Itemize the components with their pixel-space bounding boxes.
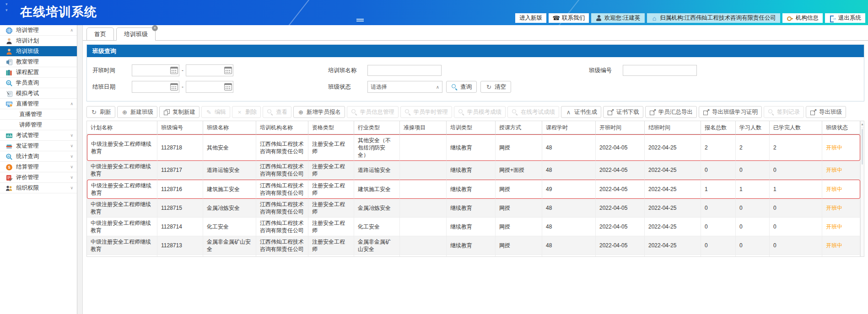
certificate-download-button[interactable]: 证书下载: [603, 106, 643, 118]
cell-enroll-total[interactable]: 0: [701, 218, 736, 236]
cell-plan-name[interactable]: 中级注册安全工程师继续教育: [87, 134, 157, 161]
cell-qualification-type[interactable]: 注册安全工程师: [308, 199, 354, 218]
sidebar-item-training-management[interactable]: 培训管理∧: [0, 25, 77, 36]
cell-end-time[interactable]: 2022-04-25: [645, 134, 701, 161]
cell-start-time[interactable]: 2022-04-05: [596, 255, 645, 257]
cell-qualification-type[interactable]: 注册安全工程师: [308, 255, 354, 257]
cell-enroll-total[interactable]: 2: [701, 134, 736, 161]
cell-org-name[interactable]: 江西伟灿工程技术咨询有限责任公司: [256, 218, 308, 236]
cell-course-hours[interactable]: 49: [542, 180, 596, 199]
cell-course-hours[interactable]: 48: [542, 236, 596, 255]
cell-enroll-total[interactable]: 1: [701, 180, 736, 199]
cell-class-code[interactable]: 1128717: [157, 161, 203, 180]
cell-learning-count[interactable]: 0: [736, 218, 770, 236]
cell-operation-items[interactable]: [400, 180, 447, 199]
cell-plan-name[interactable]: 中级注册安全工程师继续教育: [87, 161, 157, 180]
column-end-time[interactable]: 结班时间: [645, 121, 701, 134]
cell-industry-type[interactable]: 建筑施工安全: [354, 180, 400, 199]
vertical-scrollbar[interactable]: ▴: [860, 121, 864, 256]
cell-class-status[interactable]: 开班中: [822, 180, 860, 199]
cell-plan-name[interactable]: 中级注册安全工程师继续教育: [87, 180, 157, 199]
copy-new-button[interactable]: 复制新建: [159, 106, 199, 118]
cell-learning-count[interactable]: 1: [736, 180, 770, 199]
cell-class-name[interactable]: 道路运输安全: [203, 161, 256, 180]
cell-course-hours[interactable]: 48: [542, 161, 596, 180]
cell-completed-count[interactable]: 2: [770, 134, 822, 161]
new-class-button[interactable]: 新建班级: [117, 106, 157, 118]
contact-us-button[interactable]: 联系我们: [549, 13, 589, 23]
cell-qualification-type[interactable]: 注册安全工程师: [308, 134, 354, 161]
cell-class-name[interactable]: 金属非金属矿山安全: [203, 236, 256, 255]
cell-completed-count[interactable]: 0: [770, 199, 822, 218]
column-org-name[interactable]: 培训机构名称: [256, 121, 308, 134]
cell-teaching-method[interactable]: 网授: [496, 134, 542, 161]
sidebar-item-live-management-sub[interactable]: 直播管理: [0, 109, 77, 120]
org-affiliation-button[interactable]: 归属机构:江西伟灿工程技术咨询有限责任公司: [647, 13, 780, 23]
cell-course-hours[interactable]: 48: [542, 255, 596, 257]
cell-enroll-total[interactable]: 0: [701, 199, 736, 218]
cell-learning-count[interactable]: 0: [736, 199, 770, 218]
cell-end-time[interactable]: 2022-04-25: [645, 255, 701, 257]
scrollbar-thumb[interactable]: [862, 129, 863, 165]
cell-enroll-total[interactable]: 0: [701, 255, 736, 257]
column-training-type[interactable]: 培训类型: [447, 121, 496, 134]
cell-org-name[interactable]: 江西伟灿工程技术咨询有限责任公司: [256, 199, 308, 218]
cell-teaching-method[interactable]: 网授: [496, 218, 542, 236]
cell-class-code[interactable]: 1128715: [157, 199, 203, 218]
column-class-status[interactable]: 班级状态: [822, 121, 860, 134]
cell-class-code[interactable]: 1128713: [157, 236, 203, 255]
cell-training-type[interactable]: 继续教育: [447, 134, 496, 161]
table-row[interactable]: 中级注册安全工程师继续教育1128714化工安全江西伟灿工程技术咨询有限责任公司…: [87, 218, 860, 236]
cell-operation-items[interactable]: [400, 161, 447, 180]
sidebar-item-course-config[interactable]: 课程配置: [0, 67, 77, 78]
cell-industry-type[interactable]: 煤矿安全: [354, 255, 400, 257]
cell-class-name[interactable]: 建筑施工安全: [203, 180, 256, 199]
cell-qualification-type[interactable]: 注册安全工程师: [308, 236, 354, 255]
sidebar-item-live-management[interactable]: 直播管理∧: [0, 99, 77, 109]
logout-button[interactable]: 退出系统: [825, 13, 865, 23]
sidebar-item-exam-management[interactable]: 考试管理∨: [0, 130, 77, 141]
cell-org-name[interactable]: 江西伟灿工程技术咨询有限责任公司: [256, 161, 308, 180]
cell-teaching-method[interactable]: 网授: [496, 180, 542, 199]
cell-class-name[interactable]: 煤矿安全: [203, 255, 256, 257]
column-class-code[interactable]: 班级编号: [157, 121, 203, 134]
cell-teaching-method[interactable]: 网授: [496, 199, 542, 218]
start-time-to-input[interactable]: [186, 66, 223, 75]
cell-learning-count[interactable]: 2: [736, 134, 770, 161]
cell-start-time[interactable]: 2022-04-05: [596, 180, 645, 199]
cell-industry-type[interactable]: 其他安全（不包括消防安全）: [354, 134, 400, 161]
cell-training-type[interactable]: 继续教育: [447, 180, 496, 199]
cell-class-status[interactable]: 开班中: [822, 161, 860, 180]
cell-training-type[interactable]: 继续教育: [447, 199, 496, 218]
sidebar-item-training-plan[interactable]: 培训计划: [0, 36, 77, 46]
cell-org-name[interactable]: 江西伟灿工程技术咨询有限责任公司: [256, 236, 308, 255]
cell-start-time[interactable]: 2022-04-05: [596, 236, 645, 255]
cell-class-code[interactable]: 1128716: [157, 180, 203, 199]
table-row[interactable]: 中级注册安全工程师继续教育1128717道路运输安全江西伟灿工程技术咨询有限责任…: [87, 161, 860, 180]
cell-learning-count[interactable]: 0: [736, 236, 770, 255]
sidebar-item-certificate-management[interactable]: 发证管理∨: [0, 141, 77, 151]
column-operation-items[interactable]: 准操项目: [400, 121, 447, 134]
cell-class-name[interactable]: 化工安全: [203, 218, 256, 236]
cell-teaching-method[interactable]: 网授+面授: [496, 161, 542, 180]
cell-class-name[interactable]: 金属冶炼安全: [203, 199, 256, 218]
cell-training-type[interactable]: 继续教育: [447, 218, 496, 236]
tab-training-class[interactable]: 培训班级×: [116, 27, 156, 41]
panel-collapse-handle[interactable]: [356, 19, 364, 23]
sidebar-item-student-query[interactable]: 学员查询: [0, 78, 77, 88]
cell-completed-count[interactable]: 1: [770, 180, 822, 199]
cell-plan-name[interactable]: 中级注册安全工程师继续教育: [87, 218, 157, 236]
cell-end-time[interactable]: 2022-04-25: [645, 218, 701, 236]
cell-class-code[interactable]: 1128714: [157, 218, 203, 236]
end-date-from-input[interactable]: [132, 82, 169, 91]
cell-operation-items[interactable]: [400, 199, 447, 218]
cell-operation-items[interactable]: [400, 255, 447, 257]
cell-plan-name[interactable]: 中级注册安全工程师继续教育: [87, 199, 157, 218]
calendar-button[interactable]: [223, 81, 233, 92]
close-tab-icon[interactable]: ×: [152, 25, 158, 31]
column-course-hours[interactable]: 课程学时: [542, 121, 596, 134]
cell-org-name[interactable]: 江西伟灿工程技术咨询有限责任公司: [256, 180, 308, 199]
column-plan-name[interactable]: 计划名称: [87, 121, 157, 134]
cell-org-name[interactable]: 江西伟灿工程技术咨询有限责任公司: [256, 134, 308, 161]
sidebar-item-classroom-management[interactable]: 教室管理: [0, 57, 77, 67]
